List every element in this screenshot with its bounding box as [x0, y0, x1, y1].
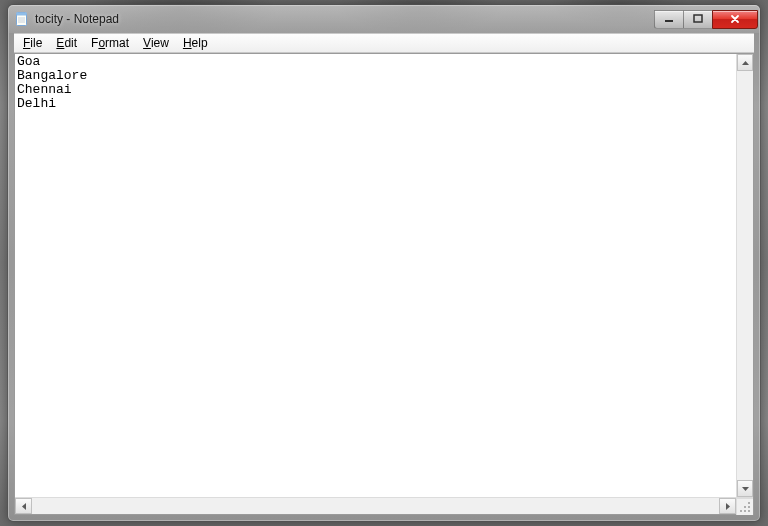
client-area: Goa Bangalore Chennai Delhi [14, 53, 754, 515]
svg-rect-1 [17, 13, 27, 16]
scroll-right-button[interactable] [719, 498, 736, 514]
svg-marker-10 [726, 503, 730, 510]
scroll-down-button[interactable] [737, 480, 753, 497]
svg-marker-8 [742, 487, 749, 491]
menu-format[interactable]: Format [84, 34, 136, 52]
svg-point-14 [740, 510, 742, 512]
svg-rect-5 [665, 20, 673, 22]
window-title: tocity - Notepad [35, 12, 655, 26]
size-grip[interactable] [736, 498, 753, 515]
titlebar[interactable]: tocity - Notepad [8, 5, 760, 33]
svg-point-12 [744, 506, 746, 508]
caption-buttons [655, 10, 758, 29]
menu-help[interactable]: Help [176, 34, 215, 52]
menu-file[interactable]: File [16, 34, 49, 52]
svg-point-15 [744, 510, 746, 512]
svg-marker-7 [742, 61, 749, 65]
close-button[interactable] [712, 10, 758, 29]
vertical-scrollbar[interactable] [736, 54, 753, 497]
minimize-button[interactable] [654, 10, 684, 29]
svg-marker-9 [22, 503, 26, 510]
text-editor[interactable]: Goa Bangalore Chennai Delhi [15, 54, 736, 497]
svg-rect-6 [694, 15, 702, 22]
horizontal-scrollbar[interactable] [15, 497, 753, 514]
notepad-window: tocity - Notepad File Edit Format View H… [7, 4, 761, 522]
vertical-scroll-track[interactable] [737, 71, 753, 480]
svg-point-16 [748, 510, 750, 512]
menubar: File Edit Format View Help [14, 33, 754, 53]
maximize-button[interactable] [683, 10, 713, 29]
scroll-up-button[interactable] [737, 54, 753, 71]
notepad-icon [14, 11, 30, 27]
horizontal-scroll-track[interactable] [32, 498, 719, 514]
svg-point-11 [748, 502, 750, 504]
menu-view[interactable]: View [136, 34, 176, 52]
svg-point-13 [748, 506, 750, 508]
scroll-left-button[interactable] [15, 498, 32, 514]
menu-edit[interactable]: Edit [49, 34, 84, 52]
